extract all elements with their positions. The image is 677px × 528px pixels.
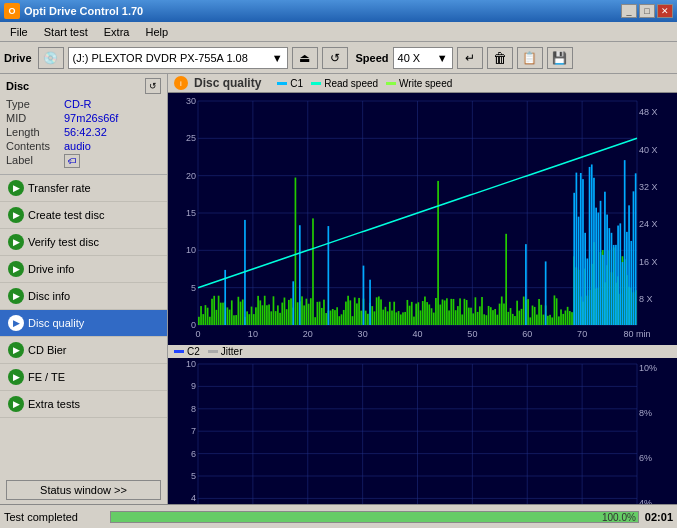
legend-write-speed-color bbox=[386, 82, 396, 85]
disc-info-label: Disc info bbox=[28, 290, 70, 302]
chart-top bbox=[168, 93, 677, 345]
drive-label: Drive bbox=[4, 52, 32, 64]
title-bar: O Opti Drive Control 1.70 _ □ ✕ bbox=[0, 0, 677, 22]
chart-legend-top: C1 Read speed Write speed bbox=[277, 78, 452, 89]
drive-info-label: Drive info bbox=[28, 263, 74, 275]
content-area: i Disc quality C1 Read speed Write speed bbox=[168, 74, 677, 504]
legend-c1-color bbox=[277, 82, 287, 85]
menu-extra[interactable]: Extra bbox=[96, 24, 138, 40]
window-controls: _ □ ✕ bbox=[621, 4, 673, 18]
sidebar-item-disc-info[interactable]: ▶ Disc info bbox=[0, 283, 167, 310]
create-test-disc-icon: ▶ bbox=[8, 207, 24, 223]
disc-length-value: 56:42.32 bbox=[64, 126, 107, 138]
disc-label-button[interactable]: 🏷 bbox=[64, 154, 80, 168]
legend-c1: C1 bbox=[277, 78, 303, 89]
cd-bier-label: CD Bier bbox=[28, 344, 67, 356]
speed-label: Speed bbox=[356, 52, 389, 64]
sidebar-item-disc-quality[interactable]: ▶ Disc quality bbox=[0, 310, 167, 337]
disc-mid-row: MID 97m26s66f bbox=[6, 112, 161, 124]
status-text: Test completed bbox=[4, 511, 104, 523]
menu-help[interactable]: Help bbox=[137, 24, 176, 40]
disc-panel-title: Disc bbox=[6, 80, 29, 92]
menu-bar: File Start test Extra Help bbox=[0, 22, 677, 42]
sidebar-item-transfer-rate[interactable]: ▶ Transfer rate bbox=[0, 175, 167, 202]
extra-tests-label: Extra tests bbox=[28, 398, 80, 410]
drive-info-icon: ▶ bbox=[8, 261, 24, 277]
cd-bier-icon: ▶ bbox=[8, 342, 24, 358]
create-test-disc-label: Create test disc bbox=[28, 209, 104, 221]
fe-te-label: FE / TE bbox=[28, 371, 65, 383]
sidebar-item-create-test-disc[interactable]: ▶ Create test disc bbox=[0, 202, 167, 229]
app-title: Opti Drive Control 1.70 bbox=[24, 5, 143, 17]
disc-quality-header-icon: i bbox=[174, 76, 188, 90]
legend-read-speed-label: Read speed bbox=[324, 78, 378, 89]
transfer-rate-label: Transfer rate bbox=[28, 182, 91, 194]
speed-confirm-button[interactable]: ↵ bbox=[457, 47, 483, 69]
main-layout: Disc ↺ Type CD-R MID 97m26s66f Length 56… bbox=[0, 74, 677, 504]
app-icon: O bbox=[4, 3, 20, 19]
legend-c1-label: C1 bbox=[290, 78, 303, 89]
sidebar: Disc ↺ Type CD-R MID 97m26s66f Length 56… bbox=[0, 74, 168, 504]
transfer-rate-icon: ▶ bbox=[8, 180, 24, 196]
menu-start-test[interactable]: Start test bbox=[36, 24, 96, 40]
extra-tests-icon: ▶ bbox=[8, 396, 24, 412]
legend-jitter: Jitter bbox=[208, 346, 243, 357]
disc-panel: Disc ↺ Type CD-R MID 97m26s66f Length 56… bbox=[0, 74, 167, 175]
sidebar-item-fe-te[interactable]: ▶ FE / TE bbox=[0, 364, 167, 391]
disc-quality-icon: ▶ bbox=[8, 315, 24, 331]
disc-quality-label: Disc quality bbox=[28, 317, 84, 329]
status-time: 02:01 bbox=[645, 511, 673, 523]
drive-bar: Drive 💿 (J:) PLEXTOR DVDR PX-755A 1.08 ▼… bbox=[0, 42, 677, 74]
eject-button[interactable]: ⏏ bbox=[292, 47, 318, 69]
disc-quality-header: i Disc quality C1 Read speed Write speed bbox=[168, 74, 677, 93]
drive-icon-btn[interactable]: 💿 bbox=[38, 47, 64, 69]
legend-c2: C2 bbox=[174, 346, 200, 357]
legend-read-speed: Read speed bbox=[311, 78, 378, 89]
disc-contents-row: Contents audio bbox=[6, 140, 161, 152]
disc-type-key: Type bbox=[6, 98, 64, 110]
save-button[interactable]: 💾 bbox=[547, 47, 573, 69]
sidebar-item-extra-tests[interactable]: ▶ Extra tests bbox=[0, 391, 167, 418]
legend-c2-label: C2 bbox=[187, 346, 200, 357]
copy-button[interactable]: 📋 bbox=[517, 47, 543, 69]
drive-select[interactable]: (J:) PLEXTOR DVDR PX-755A 1.08 ▼ bbox=[68, 47, 288, 69]
disc-mid-value: 97m26s66f bbox=[64, 112, 118, 124]
legend-write-speed-label: Write speed bbox=[399, 78, 452, 89]
maximize-button[interactable]: □ bbox=[639, 4, 655, 18]
sidebar-item-cd-bier[interactable]: ▶ CD Bier bbox=[0, 337, 167, 364]
legend-write-speed: Write speed bbox=[386, 78, 452, 89]
progress-bar-container: 100.0% bbox=[110, 511, 639, 523]
legend-jitter-label: Jitter bbox=[221, 346, 243, 357]
disc-length-key: Length bbox=[6, 126, 64, 138]
legend-jitter-color bbox=[208, 350, 218, 353]
minimize-button[interactable]: _ bbox=[621, 4, 637, 18]
verify-test-disc-icon: ▶ bbox=[8, 234, 24, 250]
speed-select[interactable]: 40 X ▼ bbox=[393, 47, 453, 69]
disc-type-value: CD-R bbox=[64, 98, 92, 110]
menu-file[interactable]: File bbox=[2, 24, 36, 40]
legend-c2-color bbox=[174, 350, 184, 353]
fe-te-icon: ▶ bbox=[8, 369, 24, 385]
disc-label-key: Label bbox=[6, 154, 64, 168]
disc-mid-key: MID bbox=[6, 112, 64, 124]
refresh-drive-button[interactable]: ↺ bbox=[322, 47, 348, 69]
status-window-button[interactable]: Status window >> bbox=[6, 480, 161, 500]
progress-percent: 100.0% bbox=[602, 512, 636, 524]
disc-contents-key: Contents bbox=[6, 140, 64, 152]
disc-quality-title: Disc quality bbox=[194, 76, 261, 90]
disc-info-icon: ▶ bbox=[8, 288, 24, 304]
sidebar-item-verify-test-disc[interactable]: ▶ Verify test disc bbox=[0, 229, 167, 256]
erase-button[interactable]: 🗑 bbox=[487, 47, 513, 69]
disc-refresh-button[interactable]: ↺ bbox=[145, 78, 161, 94]
sidebar-item-drive-info[interactable]: ▶ Drive info bbox=[0, 256, 167, 283]
close-button[interactable]: ✕ bbox=[657, 4, 673, 18]
disc-label-row: Label 🏷 bbox=[6, 154, 161, 168]
legend-read-speed-color bbox=[311, 82, 321, 85]
chart-bottom-legend: C2 Jitter bbox=[168, 345, 677, 358]
progress-bar bbox=[111, 512, 638, 522]
disc-contents-value: audio bbox=[64, 140, 91, 152]
disc-type-row: Type CD-R bbox=[6, 98, 161, 110]
verify-test-disc-label: Verify test disc bbox=[28, 236, 99, 248]
status-bar: Test completed 100.0% 02:01 bbox=[0, 504, 677, 528]
chart-container: C2 Jitter bbox=[168, 93, 677, 504]
